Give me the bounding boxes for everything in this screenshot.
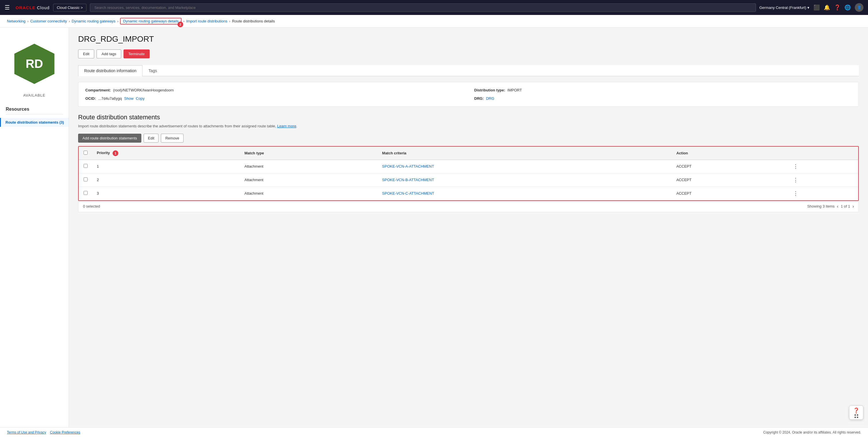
match-criteria-column-header: Match criteria — [377, 147, 672, 159]
breadcrumb-sep-4: › — [183, 19, 184, 23]
info-panel: Compartment: (root)/NETWORK/IwanHoogendo… — [78, 82, 859, 107]
match-type-column-header: Match type — [240, 147, 377, 159]
prev-page-icon[interactable]: ‹ — [837, 204, 838, 209]
table-footer: 0 selected Showing 3 items ‹ 1 of 1 › — [78, 201, 859, 212]
breadcrumb-current: Route distributions details — [232, 19, 275, 23]
row-3-context-menu-icon[interactable]: ⋮ — [793, 191, 798, 196]
globe-icon[interactable]: 🌐 — [844, 4, 851, 11]
footer-links: Terms of Use and Privacy Cookie Preferen… — [7, 430, 80, 434]
action-buttons: Edit Add tags Terminate — [78, 50, 859, 58]
row-3-match-criteria-link[interactable]: SPOKE-VCN-C-ATTACHMENT — [382, 191, 434, 196]
compartment-label: Compartment: — [85, 88, 111, 92]
app-launcher-dots — [855, 414, 858, 418]
row-3-match-criteria: SPOKE-VCN-C-ATTACHMENT — [377, 186, 672, 200]
statements-section-title: Route distribution statements — [78, 114, 859, 121]
table-edit-button[interactable]: Edit — [144, 134, 159, 143]
console-icon[interactable]: ⬛ — [813, 4, 820, 11]
row-3-action: ACCEPT — [672, 186, 789, 200]
table-row: 2 Attachment SPOKE-VCN-B-ATTACHMENT ACCE… — [79, 173, 858, 186]
learn-more-link[interactable]: Learn more — [277, 124, 296, 128]
help-circle-icon: ❓ — [853, 407, 859, 414]
breadcrumb-drg[interactable]: Dynamic routing gateways — [72, 19, 116, 23]
drg-row: DRG: DRG — [474, 96, 851, 100]
breadcrumb-import-route[interactable]: Import route distributions — [186, 19, 227, 23]
priority-badge: 1 — [113, 150, 118, 156]
oracle-logo-text: ORACLE Cloud — [16, 5, 50, 10]
compartment-row: Compartment: (root)/NETWORK/IwanHoogendo… — [85, 88, 463, 92]
page-footer: Terms of Use and Privacy Cookie Preferen… — [0, 427, 868, 437]
row-2-menu-cell: ⋮ — [788, 173, 858, 186]
row-2-checkbox[interactable] — [84, 177, 88, 181]
selected-count: 0 selected — [83, 204, 100, 208]
hexagon-abbr: RD — [26, 57, 43, 71]
row-2-match-criteria: SPOKE-VCN-B-ATTACHMENT — [377, 173, 672, 186]
row-1-menu-cell: ⋮ — [788, 159, 858, 173]
region-selector[interactable]: Germany Central (Frankfurt) ▾ — [760, 5, 809, 10]
pagination: Showing 3 items ‹ 1 of 1 › — [807, 204, 854, 209]
row-1-context-menu-icon[interactable]: ⋮ — [793, 164, 798, 169]
compartment-value: (root)/NETWORK/IwanHoogendoorn — [113, 88, 174, 92]
add-route-distribution-statements-button[interactable]: Add route distribution statements — [78, 134, 141, 143]
row-3-menu-cell: ⋮ — [788, 186, 858, 200]
tab-tags[interactable]: Tags — [143, 65, 163, 76]
user-avatar[interactable]: 👤 — [855, 3, 863, 12]
row-1-checkbox[interactable] — [84, 164, 88, 168]
cloud-classic-button[interactable]: Cloud Classic > — [53, 4, 87, 11]
page-indicator: 1 of 1 — [841, 204, 850, 208]
row-3-checkbox-cell — [79, 186, 92, 200]
info-grid: Compartment: (root)/NETWORK/IwanHoogendo… — [85, 88, 851, 100]
breadcrumb-customer-connectivity[interactable]: Customer connectivity — [30, 19, 67, 23]
help-icon[interactable]: ❓ — [834, 4, 840, 11]
help-widget[interactable]: ❓ — [849, 405, 863, 420]
top-navigation: ☰ ORACLE Cloud Cloud Classic > Germany C… — [0, 0, 868, 15]
global-search-input[interactable] — [90, 3, 756, 12]
breadcrumb-drg-details[interactable]: Dynamic routing gateways details — [123, 19, 179, 23]
table-actions: Add route distribution statements Edit R… — [78, 134, 859, 143]
drg-label: DRG: — [474, 96, 484, 100]
tab-bar: Route distribution information Tags — [78, 65, 859, 76]
showing-count: Showing 3 items — [807, 204, 834, 208]
distribution-type-row: Distribution type: IMPORT — [474, 88, 851, 92]
breadcrumb-drg-details-highlighted: Dynamic routing gateways details 2 — [120, 18, 182, 24]
route-distribution-table-container: Priority 1 Match type Match criteria Act… — [78, 146, 859, 201]
region-label: Germany Central (Frankfurt) — [760, 5, 806, 10]
drg-link[interactable]: DRG — [486, 96, 494, 100]
breadcrumb-networking[interactable]: Networking — [7, 19, 26, 23]
edit-button[interactable]: Edit — [78, 50, 94, 58]
breadcrumb-sep-2: › — [69, 19, 70, 23]
table-remove-button[interactable]: Remove — [161, 134, 183, 143]
content-area: DRG_RDG_IMPORT Edit Add tags Terminate R… — [69, 28, 868, 427]
row-2-context-menu-icon[interactable]: ⋮ — [793, 177, 798, 183]
tab-route-distribution-info[interactable]: Route distribution information — [78, 65, 143, 76]
action-column-header: Action — [672, 147, 789, 159]
add-tags-button[interactable]: Add tags — [96, 50, 121, 58]
terminate-button[interactable]: Terminate — [124, 50, 150, 58]
row-3-checkbox[interactable] — [84, 191, 88, 195]
breadcrumb-sep-1: › — [27, 19, 28, 23]
distribution-type-value: IMPORT — [507, 88, 522, 92]
sidebar-item-route-distribution-statements[interactable]: Route distribution statements (3) — [0, 118, 69, 127]
breadcrumb: Networking › Customer connectivity › Dyn… — [0, 15, 868, 28]
row-3-priority: 3 — [92, 186, 240, 200]
cookie-preferences-link[interactable]: Cookie Preferences — [50, 430, 80, 434]
hexagon-shape: RD — [14, 44, 55, 84]
bell-icon[interactable]: 🔔 — [824, 4, 830, 11]
row-2-priority: 2 — [92, 173, 240, 186]
sidebar-icon-area: RD AVAILABLE — [0, 33, 69, 102]
route-distribution-table: Priority 1 Match type Match criteria Act… — [79, 147, 858, 200]
ocid-show-link[interactable]: Show — [124, 96, 133, 100]
table-row: 3 Attachment SPOKE-VCN-C-ATTACHMENT ACCE… — [79, 186, 858, 200]
hamburger-menu-icon[interactable]: ☰ — [5, 4, 10, 11]
ocid-short: ...7d4u7a6ygq — [98, 96, 122, 100]
ocid-copy-link[interactable]: Copy — [136, 96, 145, 100]
chevron-down-icon: ▾ — [807, 5, 809, 10]
select-all-checkbox[interactable] — [84, 151, 88, 155]
row-3-match-type: Attachment — [240, 186, 377, 200]
row-2-match-criteria-link[interactable]: SPOKE-VCN-B-ATTACHMENT — [382, 178, 434, 182]
row-2-match-type: Attachment — [240, 173, 377, 186]
priority-column-header: Priority 1 — [92, 147, 240, 159]
page-title: DRG_RDG_IMPORT — [78, 34, 859, 44]
row-1-match-criteria-link[interactable]: SPOKE-VCN-A-ATTACHMENT — [382, 164, 434, 169]
next-page-icon[interactable]: › — [852, 204, 854, 209]
terms-link[interactable]: Terms of Use and Privacy — [7, 430, 46, 434]
